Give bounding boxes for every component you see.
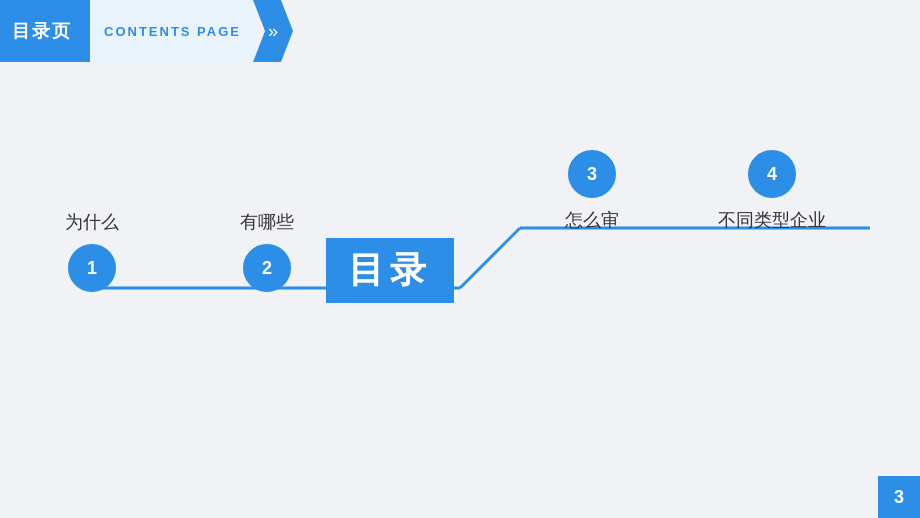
center-label-box: 目录 <box>326 238 454 303</box>
item-3-label: 怎么审 <box>565 208 619 232</box>
chevron-icon: » <box>268 21 278 42</box>
header-english-title: CONTENTS PAGE <box>104 24 241 39</box>
item-4-label: 不同类型企业 <box>718 208 826 232</box>
item-1-label: 为什么 <box>65 210 119 234</box>
item-4-number: 4 <box>767 164 777 185</box>
timeline-item-1: 为什么 1 <box>65 210 119 292</box>
header-light-bar: CONTENTS PAGE <box>90 0 255 62</box>
timeline-item-4: 4 不同类型企业 <box>718 150 826 232</box>
page-number: 3 <box>878 476 920 518</box>
svg-line-1 <box>460 228 520 288</box>
header-blue-bar: 目录页 <box>0 0 90 62</box>
header: 目录页 CONTENTS PAGE » <box>0 0 920 62</box>
item-3-number: 3 <box>587 164 597 185</box>
timeline-item-2: 有哪些 2 <box>240 210 294 292</box>
header-chinese-title: 目录页 <box>12 19 72 43</box>
item-1-circle: 1 <box>68 244 116 292</box>
item-1-number: 1 <box>87 258 97 279</box>
item-3-circle: 3 <box>568 150 616 198</box>
timeline: 为什么 1 有哪些 2 目录 3 怎么审 4 不同类型企业 <box>0 130 920 350</box>
header-chevron: » <box>253 0 293 62</box>
item-2-circle: 2 <box>243 244 291 292</box>
timeline-item-3: 3 怎么审 <box>565 150 619 232</box>
item-2-label: 有哪些 <box>240 210 294 234</box>
item-2-number: 2 <box>262 258 272 279</box>
item-4-circle: 4 <box>748 150 796 198</box>
